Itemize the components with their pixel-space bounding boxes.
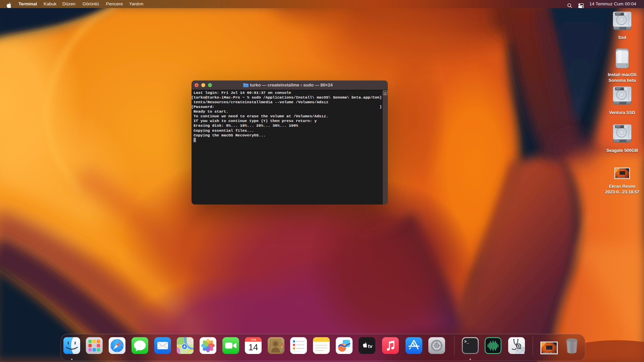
svg-text:TEM: TEM [251, 338, 256, 341]
svg-text:>_: >_ [464, 340, 469, 344]
svg-text:14: 14 [249, 342, 258, 352]
svg-text:tv: tv [368, 343, 373, 349]
